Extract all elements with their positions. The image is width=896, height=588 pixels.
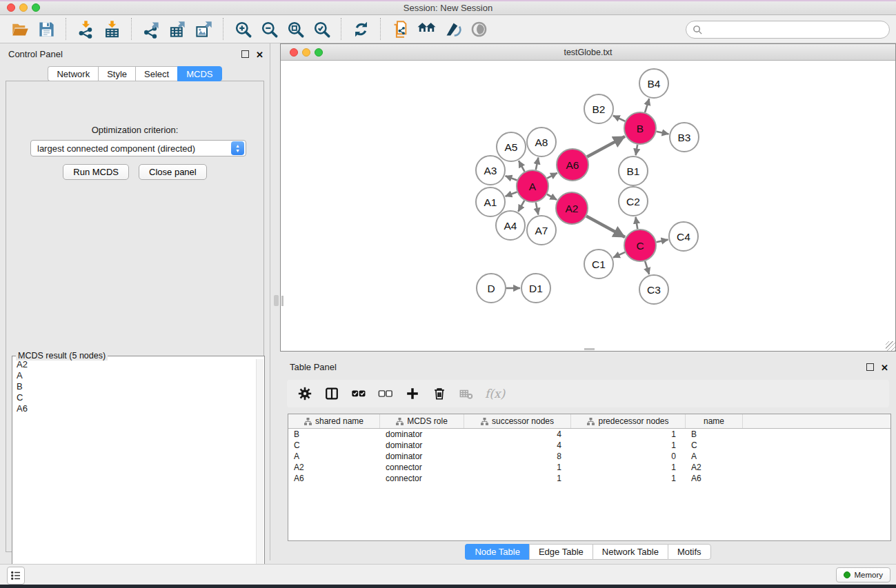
result-item-a2[interactable]: A2: [13, 359, 255, 370]
task-history-button[interactable]: [7, 567, 25, 585]
search-box[interactable]: [686, 21, 890, 39]
column-header-predecessor-nodes[interactable]: predecessor nodes: [571, 414, 686, 428]
table-settings-button[interactable]: [297, 385, 313, 402]
float-table-panel-icon[interactable]: [866, 363, 874, 371]
float-panel-icon[interactable]: [241, 50, 249, 58]
table-row[interactable]: A2connector11A2: [288, 462, 890, 473]
hide-annotations-button[interactable]: [439, 17, 466, 41]
table-row[interactable]: Bdominator41B: [288, 429, 890, 440]
table-row[interactable]: Adominator80A: [288, 451, 890, 462]
graph-edge-A-A3[interactable]: [506, 176, 517, 180]
graph-node-A7[interactable]: A7: [527, 216, 556, 245]
graph-edge-B-B4[interactable]: [645, 99, 649, 112]
import-network-button[interactable]: [72, 17, 99, 41]
vertical-scroll-indicator[interactable]: [281, 296, 283, 306]
column-header-successor-nodes[interactable]: successor nodes: [464, 414, 571, 428]
graph-edge-A-A7[interactable]: [536, 203, 539, 215]
graph-edge-B-B1[interactable]: [636, 145, 638, 156]
zoom-in-button[interactable]: [230, 17, 256, 41]
result-scrollbar[interactable]: [256, 359, 263, 588]
horizontal-scroll-indicator[interactable]: [584, 348, 595, 350]
close-table-panel-icon[interactable]: ✕: [881, 363, 888, 373]
zoom-selected-button[interactable]: [308, 17, 335, 41]
result-item-a6[interactable]: A6: [13, 403, 255, 414]
graph-node-C3[interactable]: C3: [639, 275, 668, 304]
graph-edge-C-C2[interactable]: [636, 217, 638, 230]
export-table-button[interactable]: [164, 17, 190, 41]
graph-node-B2[interactable]: B2: [584, 94, 613, 123]
graph-node-B3[interactable]: B3: [670, 123, 699, 152]
graph-edge-C-C4[interactable]: [657, 240, 668, 243]
tab-network-table[interactable]: Network Table: [593, 544, 668, 560]
result-item-c[interactable]: C: [13, 392, 255, 403]
run-mcds-button[interactable]: Run MCDS: [63, 164, 129, 180]
delete-column-button[interactable]: [431, 385, 448, 402]
tab-motifs[interactable]: Motifs: [668, 544, 711, 560]
graph-node-A2[interactable]: A2: [556, 192, 588, 224]
add-column-button[interactable]: [404, 385, 421, 402]
graph-edge-B-B3[interactable]: [657, 132, 669, 134]
graph-edge-A-A8[interactable]: [536, 158, 539, 170]
graph-edge-A6-B[interactable]: [587, 136, 625, 157]
tab-mcds[interactable]: MCDS: [177, 66, 221, 81]
column-header-name[interactable]: name: [686, 414, 743, 428]
close-panel-icon[interactable]: ✕: [256, 50, 263, 60]
network-canvas[interactable]: B4B2BB3A8A5A6A3B1AA1C2A2A4A7C4CC1C3DD1: [281, 61, 895, 351]
import-table-button[interactable]: [99, 17, 125, 41]
graph-node-A4[interactable]: A4: [496, 211, 525, 240]
graph-edge-A-A1[interactable]: [506, 192, 517, 196]
graph-node-A5[interactable]: A5: [497, 132, 526, 161]
graph-node-A1[interactable]: A1: [476, 187, 505, 216]
graph-node-C1[interactable]: C1: [584, 250, 613, 278]
table-row[interactable]: A6connector11A6: [288, 473, 890, 484]
window-resize-grip[interactable]: [886, 341, 895, 351]
memory-button[interactable]: Memory: [836, 567, 890, 582]
tab-network[interactable]: Network: [48, 66, 98, 81]
zoom-out-button[interactable]: [256, 17, 282, 41]
graph-node-C[interactable]: C: [624, 230, 656, 261]
criterion-dropdown[interactable]: largest connected component (directed) ▲…: [30, 140, 246, 156]
save-session-button[interactable]: [33, 17, 59, 41]
graph-node-B4[interactable]: B4: [639, 69, 668, 98]
graph-node-D1[interactable]: D1: [521, 274, 550, 303]
graph-node-A3[interactable]: A3: [476, 156, 505, 185]
tab-style[interactable]: Style: [98, 66, 135, 81]
graph-edge-C-C1[interactable]: [613, 252, 625, 258]
graph-edge-A-A5[interactable]: [519, 161, 525, 172]
function-builder-button[interactable]: f(x): [485, 387, 505, 401]
tab-node-table[interactable]: Node Table: [465, 544, 529, 560]
search-input[interactable]: [707, 25, 883, 35]
open-file-button[interactable]: [7, 17, 33, 41]
result-item-a[interactable]: A: [13, 370, 255, 381]
graph-edge-A-A6[interactable]: [547, 173, 557, 179]
delete-table-button[interactable]: [458, 385, 475, 402]
graph-edge-A2-C[interactable]: [586, 216, 625, 237]
tab-edge-table[interactable]: Edge Table: [529, 544, 593, 560]
export-image-button[interactable]: [190, 17, 217, 41]
refresh-button[interactable]: [348, 17, 374, 41]
deselect-all-button[interactable]: [377, 385, 394, 402]
graph-node-A[interactable]: A: [517, 170, 548, 202]
graphics-details-button[interactable]: [466, 17, 492, 41]
panel-splitter-handle[interactable]: [274, 295, 279, 306]
select-all-button[interactable]: [350, 385, 367, 402]
zoom-fit-button[interactable]: [282, 17, 308, 41]
graph-node-A8[interactable]: A8: [527, 128, 556, 156]
result-item-b[interactable]: B: [13, 381, 255, 392]
graph-node-C2[interactable]: C2: [619, 187, 648, 216]
graph-edge-A-A2[interactable]: [547, 194, 557, 200]
table-row[interactable]: Cdominator41C: [288, 440, 890, 451]
home-button[interactable]: [413, 17, 439, 41]
column-header-shared-name[interactable]: shared name: [288, 414, 380, 428]
column-header-MCDS-role[interactable]: MCDS role: [380, 414, 464, 428]
graph-node-A6[interactable]: A6: [557, 149, 588, 181]
graph-node-D[interactable]: D: [477, 274, 506, 303]
export-network-button[interactable]: [138, 17, 164, 41]
tab-select[interactable]: Select: [135, 66, 177, 81]
graph-node-B[interactable]: B: [624, 112, 656, 144]
close-panel-button[interactable]: Close panel: [139, 164, 207, 180]
graph-edge-A-A4[interactable]: [518, 201, 524, 212]
duplicate-network-button[interactable]: [387, 17, 413, 41]
graph-edge-B-B2[interactable]: [613, 116, 625, 121]
show-columns-button[interactable]: [323, 385, 340, 402]
